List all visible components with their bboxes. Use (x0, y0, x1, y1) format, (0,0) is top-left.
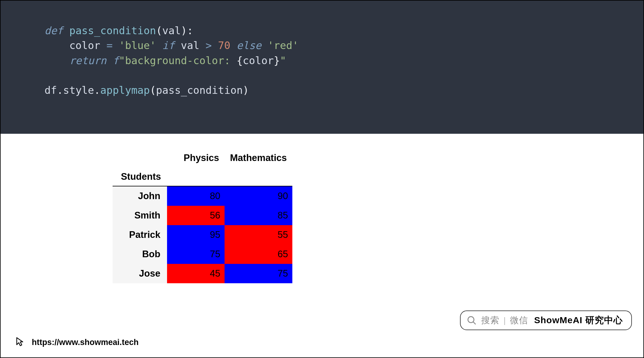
output-area: Physics Mathematics Students John8090Smi… (1, 134, 643, 283)
cond-lhs: val (181, 39, 199, 51)
expr-df: df (44, 84, 57, 96)
string-blue: 'blue' (119, 39, 156, 51)
fstring-close: " (280, 54, 286, 67)
row-header: Jose (113, 264, 167, 283)
search-badge[interactable]: 搜索 | 微信 ShowMeAI 研究中心 (460, 310, 632, 330)
styled-dataframe: Physics Mathematics Students John8090Smi… (113, 149, 292, 283)
blank-header (167, 167, 225, 186)
row-header: Bob (113, 245, 167, 264)
table-row: John8090 (113, 186, 292, 206)
fstring-prefix: f (113, 54, 119, 67)
badge-search-label: 搜索 (481, 314, 499, 327)
footer-url: https://www.showmeai.tech (32, 338, 139, 347)
expr-method: applymap (100, 84, 150, 96)
data-cell: 65 (225, 245, 292, 264)
footer: https://www.showmeai.tech (14, 336, 139, 349)
string-red: 'red' (268, 39, 298, 51)
param-val: val (162, 25, 181, 37)
row-header: Patrick (113, 225, 167, 245)
fstring-var: color (243, 54, 274, 67)
table-row: Patrick9555 (113, 225, 292, 245)
function-name: pass_condition (69, 25, 156, 37)
row-header: John (113, 186, 167, 206)
fstring-open: "background-color: (119, 54, 237, 67)
svg-line-1 (473, 322, 476, 324)
column-header-row: Physics Mathematics (113, 149, 292, 167)
blank-header (225, 167, 292, 186)
badge-wechat-label: 微信 (510, 314, 528, 327)
keyword-def: def (44, 25, 63, 37)
data-cell: 90 (225, 186, 292, 206)
fstring-lbrace: { (237, 54, 243, 67)
code-block: def pass_condition(val): color = 'blue' … (1, 1, 643, 134)
table-row: Smith5685 (113, 206, 292, 225)
table-row: Jose4575 (113, 264, 292, 283)
var-color: color (69, 39, 100, 51)
blank-header (113, 149, 167, 167)
data-cell: 56 (167, 206, 225, 225)
data-cell: 45 (167, 264, 225, 283)
data-cell: 75 (167, 245, 225, 264)
code-content: def pass_condition(val): color = 'blue' … (44, 23, 613, 98)
expr-arg: pass_condition (156, 84, 243, 96)
cursor-icon (14, 336, 26, 349)
data-cell: 55 (225, 225, 292, 245)
keyword-if: if (162, 39, 175, 51)
fstring-rbrace: } (274, 54, 280, 67)
data-cell: 75 (225, 264, 292, 283)
expr-style: style (63, 84, 94, 96)
index-name: Students (113, 167, 167, 186)
threshold-literal: 70 (218, 39, 230, 51)
data-cell: 85 (225, 206, 292, 225)
search-icon (467, 315, 477, 326)
svg-point-0 (468, 317, 474, 323)
table-row: Bob7565 (113, 245, 292, 264)
op-gt: > (205, 39, 212, 51)
data-cell: 95 (167, 225, 225, 245)
col-header-mathematics: Mathematics (225, 149, 292, 167)
keyword-else: else (237, 39, 261, 51)
keyword-return: return (69, 54, 107, 67)
row-header: Smith (113, 206, 167, 225)
data-cell: 80 (167, 186, 225, 206)
badge-brand: ShowMeAI 研究中心 (534, 314, 623, 327)
badge-separator: | (504, 316, 506, 325)
col-header-physics: Physics (167, 149, 225, 167)
index-name-row: Students (113, 167, 292, 186)
